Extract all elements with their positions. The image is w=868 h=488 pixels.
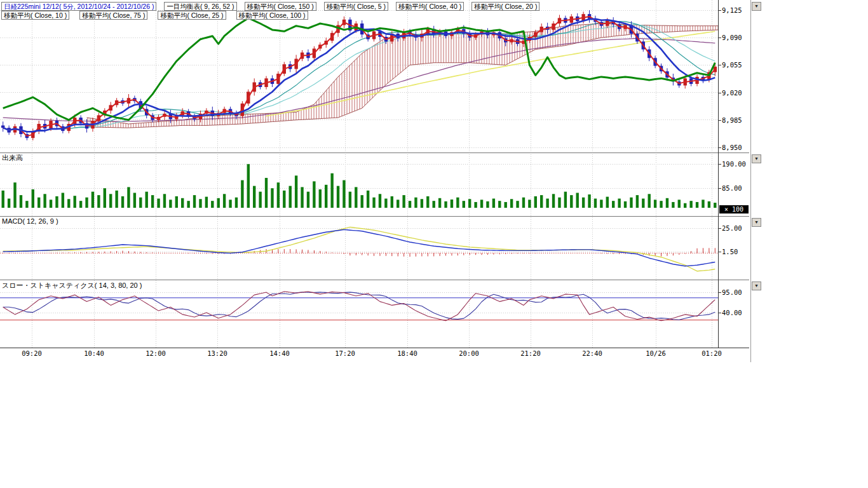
macd-axis-label: 25.00 [722, 224, 742, 232]
time-axis-label: 10/26 [642, 349, 670, 357]
chevron-down-icon[interactable]: ▼ [752, 281, 761, 290]
chevron-down-icon[interactable]: ▼ [752, 218, 761, 227]
price-axis-label: 9,090 [722, 34, 742, 41]
time-axis-label: 22:40 [578, 349, 606, 357]
indicator-chip[interactable]: 移動平均( Close, 10 ) [1, 11, 69, 20]
time-axis-label: 10:40 [80, 349, 108, 357]
indicator-chip[interactable]: 移動平均( Close, 20 ) [471, 2, 539, 11]
indicator-chip[interactable]: 移動平均( Close, 75 ) [79, 11, 147, 20]
time-axis-label: 14:40 [266, 349, 294, 357]
stochastics-axis-label: 95.00 [722, 288, 742, 296]
chevron-down-icon[interactable]: ▼ [752, 154, 761, 163]
time-axis-label: 18:40 [393, 349, 421, 357]
indicator-chip[interactable]: 移動平均( Close, 5 ) [324, 2, 388, 11]
right-price-axis: 9,1259,0909,0559,0208,9858,950190.0085.0… [721, 0, 750, 362]
time-axis-label: 13:20 [203, 349, 231, 357]
stochastics-panel-label: スロー・ストキャスティクス( 14, 3, 80, 20 ) [2, 281, 142, 290]
right-scroll-strip[interactable]: ▼▼▼▼ [750, 0, 761, 362]
time-axis-label: 17:20 [331, 349, 359, 357]
indicator-chip[interactable]: 移動平均( Close, 25 ) [158, 11, 226, 20]
chart-canvas [0, 0, 750, 362]
indicator-header-row-2: 移動平均( Close, 10 )移動平均( Close, 75 )移動平均( … [1, 11, 308, 20]
time-axis-label: 20:00 [455, 349, 483, 357]
price-axis-label: 9,055 [722, 61, 742, 69]
price-axis-label: 8,950 [722, 144, 742, 151]
volume-axis-label: 85.00 [722, 184, 742, 192]
time-axis-label: 09:20 [18, 349, 46, 357]
indicator-chip[interactable]: 移動平均( Close, 150 ) [245, 2, 316, 11]
time-axis: 09:2010:4012:0013:2014:4017:2018:4020:00… [0, 349, 724, 358]
volume-panel-label: 出来高 [2, 153, 23, 163]
price-axis-label: 8,985 [722, 116, 742, 124]
indicator-chip[interactable]: 移動平均( Close, 40 ) [396, 2, 464, 11]
price-axis-label: 9,020 [722, 89, 742, 97]
trading-chart-window: 日経225mini 12/12( 5分, 2012/10/24 - 2012/1… [0, 0, 868, 488]
indicator-chip[interactable]: 一目均衡表( 9, 26, 52 ) [164, 2, 236, 11]
instrument-label[interactable]: 日経225mini 12/12( 5分, 2012/10/24 - 2012/1… [1, 2, 156, 11]
time-axis-label: 12:00 [142, 349, 170, 357]
time-axis-label: 21:20 [517, 349, 545, 357]
volume-axis-label: 190.00 [722, 160, 746, 168]
stochastics-axis-label: 40.00 [722, 309, 742, 316]
chevron-down-icon[interactable]: ▼ [752, 2, 761, 11]
price-axis-label: 9,125 [722, 6, 742, 14]
indicator-header-row-1: 日経225mini 12/12( 5分, 2012/10/24 - 2012/1… [1, 2, 539, 11]
macd-axis-label: 1.50 [722, 248, 738, 255]
indicator-chip[interactable]: 移動平均( Close, 100 ) [236, 11, 308, 20]
macd-panel-label: MACD( 12, 26, 9 ) [2, 217, 58, 225]
